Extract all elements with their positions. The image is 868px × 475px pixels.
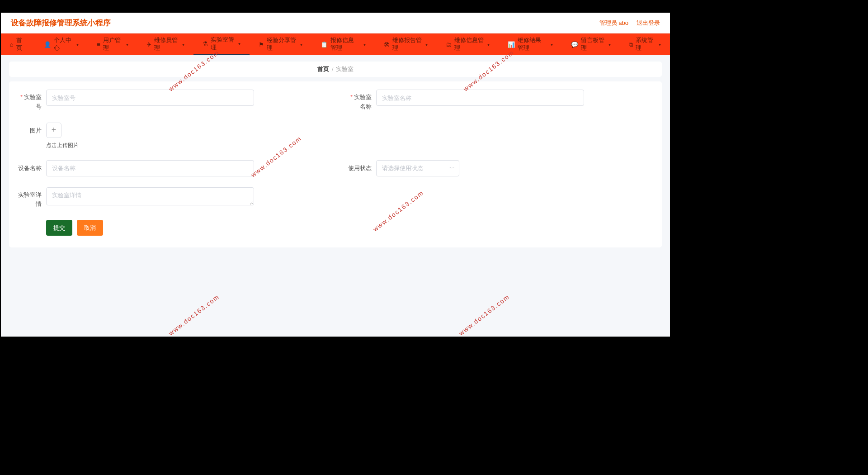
nav-label: 维修结果管理 [518, 37, 547, 52]
submit-button[interactable]: 提交 [46, 220, 72, 236]
breadcrumb-sep: / [332, 66, 334, 73]
input-lab-no[interactable] [46, 90, 254, 106]
nav-icon: ≡ [97, 42, 100, 48]
nav-icon: 🗂 [446, 42, 452, 48]
nav-label: 个人中心 [54, 37, 73, 52]
nav-label: 系统管理 [636, 37, 655, 52]
breadcrumb: 首页 / 实验室 [9, 62, 662, 77]
form-card: 实验室号 实验室名称 图片 + 点击上传图片 设备名称 使用状态 [9, 81, 662, 247]
chevron-down-icon: ▾ [425, 42, 428, 47]
nav-item-首页[interactable]: ⌂首页 [1, 33, 35, 55]
nav-label: 维修报告管理 [392, 37, 422, 52]
nav-item-报修信息管理[interactable]: 📋报修信息管理▾ [311, 33, 375, 55]
chevron-down-icon: ▾ [126, 42, 128, 47]
select-use-status[interactable]: 请选择使用状态 [376, 160, 459, 176]
nav-label: 报修信息管理 [330, 37, 360, 52]
chevron-down-icon: ▾ [487, 42, 490, 47]
nav-icon: ✈ [146, 42, 151, 48]
cancel-button[interactable]: 取消 [77, 220, 103, 236]
nav-icon: 💬 [571, 42, 578, 48]
nav-item-维修结果管理[interactable]: 📊维修结果管理▾ [499, 33, 562, 55]
watermark: www.doc163.com [167, 293, 221, 337]
chevron-down-icon: ▾ [363, 42, 366, 47]
nav-item-实验室管理[interactable]: ⚗实验室管理▾ [193, 33, 250, 55]
nav-label: 首页 [16, 37, 26, 52]
chevron-down-icon: ▾ [659, 42, 661, 47]
label-lab-detail: 实验室详情 [14, 187, 46, 209]
app-title: 设备故障报修管理系统小程序 [11, 18, 111, 28]
breadcrumb-home[interactable]: 首页 [317, 65, 329, 73]
logout-link[interactable]: 退出登录 [637, 19, 660, 27]
nav-icon: ⚗ [203, 41, 208, 47]
upload-button[interactable]: + [46, 123, 61, 138]
watermark: www.doc163.com [458, 293, 511, 337]
chevron-down-icon: ▾ [238, 41, 241, 46]
nav-label: 实验室管理 [211, 36, 235, 52]
chevron-down-icon: ▾ [182, 42, 184, 47]
chevron-down-icon: ▾ [609, 42, 611, 47]
upload-tip: 点击上传图片 [46, 142, 79, 149]
nav-icon: ⌂ [10, 42, 14, 48]
chevron-down-icon: ▾ [551, 42, 553, 47]
nav-item-维修信息管理[interactable]: 🗂维修信息管理▾ [437, 33, 499, 55]
label-lab-no: 实验室号 [14, 90, 46, 112]
nav-label: 维修员管理 [154, 37, 179, 52]
label-image: 图片 [14, 123, 46, 139]
nav-icon: ⚑ [259, 42, 264, 48]
nav-label: 维修信息管理 [454, 37, 484, 52]
nav-icon: 📋 [321, 42, 328, 48]
nav-item-用户管理[interactable]: ≡用户管理▾ [88, 33, 137, 55]
nav-label: 留言板管理 [581, 37, 605, 52]
breadcrumb-current: 实验室 [336, 65, 354, 73]
textarea-lab-detail[interactable] [46, 187, 254, 205]
nav-icon: 📊 [508, 42, 515, 48]
main-nav: ⌂首页👤个人中心▾≡用户管理▾✈维修员管理▾⚗实验室管理▾⚑经验分享管理▾📋报修… [1, 33, 670, 55]
nav-icon: 👤 [44, 42, 51, 48]
nav-item-系统管理[interactable]: ⧉系统管理▾ [620, 33, 670, 55]
nav-icon: 🛠 [384, 42, 390, 48]
nav-item-维修员管理[interactable]: ✈维修员管理▾ [137, 33, 193, 55]
nav-item-个人中心[interactable]: 👤个人中心▾ [35, 33, 88, 55]
nav-item-经验分享管理[interactable]: ⚑经验分享管理▾ [250, 33, 311, 55]
nav-label: 用户管理 [103, 37, 123, 52]
nav-icon: ⧉ [629, 42, 633, 48]
nav-item-留言板管理[interactable]: 💬留言板管理▾ [562, 33, 620, 55]
label-lab-name: 实验室名称 [344, 90, 376, 112]
nav-label: 经验分享管理 [267, 37, 296, 52]
label-device-name: 设备名称 [14, 160, 46, 176]
admin-name[interactable]: 管理员 abo [599, 19, 628, 27]
input-device-name[interactable] [46, 160, 254, 176]
label-use-status: 使用状态 [344, 160, 376, 176]
nav-item-维修报告管理[interactable]: 🛠维修报告管理▾ [375, 33, 437, 55]
chevron-down-icon: ▾ [300, 42, 302, 47]
input-lab-name[interactable] [376, 90, 584, 106]
header: 设备故障报修管理系统小程序 管理员 abo 退出登录 [1, 13, 670, 33]
chevron-down-icon: ▾ [76, 42, 79, 47]
